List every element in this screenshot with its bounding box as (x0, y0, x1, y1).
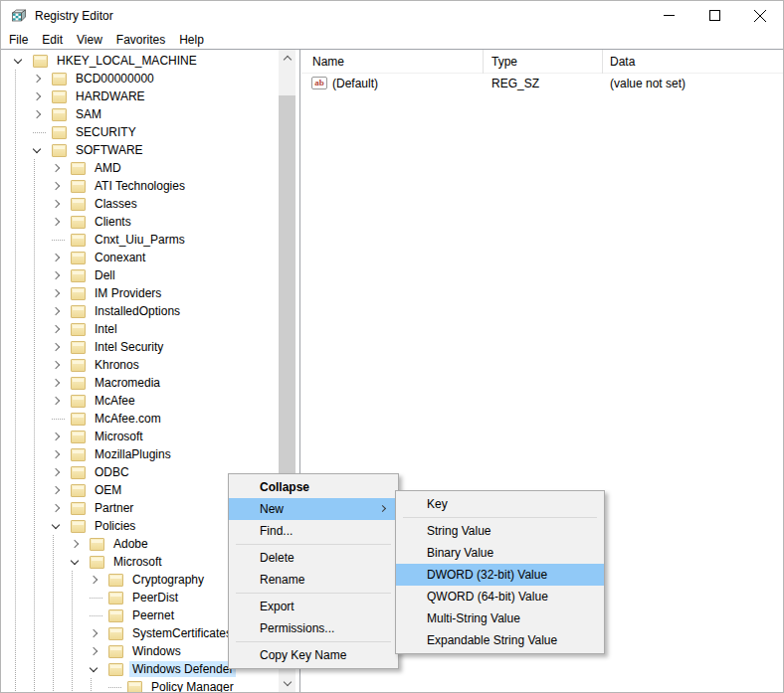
tree-item-security[interactable]: SECURITY (1, 123, 279, 141)
menu-favorites[interactable]: Favorites (109, 31, 172, 49)
chevron-down-icon[interactable] (71, 557, 79, 565)
chevron-right-icon[interactable] (52, 200, 60, 208)
scrollbar-down-button[interactable] (279, 675, 295, 692)
chevron-right-icon[interactable] (52, 307, 60, 315)
chevron-right-icon[interactable] (90, 629, 98, 637)
folder-icon (33, 55, 48, 68)
tree-item-conexant[interactable]: Conexant (1, 249, 279, 266)
context-menu-item-permissions[interactable]: Permissions... (229, 617, 398, 639)
chevron-right-icon[interactable] (52, 325, 60, 333)
new-submenu-item-string-value[interactable]: String Value (396, 520, 604, 542)
tree-item-ati-technologies[interactable]: ATI Technologies (1, 177, 279, 195)
tree-guide-line (11, 356, 30, 374)
chevron-right-icon[interactable] (52, 468, 60, 476)
chevron-down-icon[interactable] (14, 56, 22, 64)
chevron-right-icon[interactable] (52, 271, 60, 279)
column-header-name[interactable]: Name (301, 50, 484, 74)
context-menu-item-collapse[interactable]: Collapse (229, 476, 398, 498)
new-submenu-item-multi-string-value[interactable]: Multi-String Value (396, 607, 604, 629)
title-bar[interactable]: Registry Editor (1, 1, 783, 30)
tree-guide-line (68, 660, 87, 678)
chevron-right-icon[interactable] (52, 433, 60, 440)
folder-icon (71, 377, 86, 390)
chevron-right-icon[interactable] (52, 504, 60, 512)
chevron-down-icon[interactable] (90, 664, 98, 672)
tree-item-mozillaplugins[interactable]: MozillaPlugins (1, 445, 279, 463)
tree-item-hardware[interactable]: HARDWARE (1, 87, 279, 105)
menu-file[interactable]: File (2, 31, 35, 49)
context-menu-separator (236, 641, 391, 642)
tree-item-label: HARDWARE (73, 88, 148, 104)
value-row[interactable]: ab(Default)REG_SZ(value not set) (301, 74, 783, 92)
chevron-right-icon[interactable] (33, 92, 41, 100)
new-submenu-item-dword-32-bit-value[interactable]: DWORD (32-bit) Value (396, 564, 604, 586)
chevron-right-icon[interactable] (52, 182, 60, 190)
new-submenu-item-binary-value[interactable]: Binary Value (396, 542, 604, 564)
maximize-button[interactable] (691, 1, 737, 30)
column-header-type[interactable]: Type (484, 50, 603, 74)
tree-item-label: MozillaPlugins (92, 446, 174, 462)
tree-item-dell[interactable]: Dell (1, 266, 279, 284)
context-menu-item-new[interactable]: New (229, 498, 398, 520)
tree-item-mcafee[interactable]: McAfee (1, 392, 279, 410)
tree-item-policy-manager[interactable]: Policy Manager (1, 678, 279, 692)
chevron-right-icon[interactable] (90, 647, 98, 655)
context-menu-item-delete[interactable]: Delete (229, 547, 398, 569)
tree-item-bcd00000000[interactable]: BCD00000000 (1, 70, 279, 87)
menu-help[interactable]: Help (172, 31, 211, 49)
chevron-right-icon[interactable] (90, 576, 98, 584)
folder-icon (71, 520, 86, 533)
chevron-right-icon[interactable] (52, 379, 60, 387)
tree-item-microsoft[interactable]: Microsoft (1, 428, 279, 445)
tree-item-macromedia[interactable]: Macromedia (1, 374, 279, 392)
new-submenu-item-qword-64-bit-value[interactable]: QWORD (64-bit) Value (396, 586, 604, 607)
context-menu-item-copy-key-name[interactable]: Copy Key Name (229, 644, 398, 666)
tree-item-khronos[interactable]: Khronos (1, 356, 279, 374)
menu-edit[interactable]: Edit (35, 31, 70, 49)
chevron-right-icon[interactable] (52, 289, 60, 297)
chevron-right-icon[interactable] (52, 254, 60, 261)
chevron-right-icon[interactable] (52, 164, 60, 172)
scrollbar-up-button[interactable] (279, 50, 295, 67)
chevron-down-icon[interactable] (33, 145, 41, 153)
tree-item-installedoptions[interactable]: InstalledOptions (1, 302, 279, 320)
tree-item-amd[interactable]: AMD (1, 159, 279, 177)
close-button[interactable] (737, 1, 783, 30)
chevron-right-icon[interactable] (33, 75, 41, 83)
context-menu-item-rename[interactable]: Rename (229, 569, 398, 591)
context-menu-item-find[interactable]: Find... (229, 520, 398, 542)
tree-item-clients[interactable]: Clients (1, 213, 279, 231)
folder-icon (71, 484, 86, 497)
chevron-right-icon[interactable] (52, 218, 60, 226)
chevron-right-icon[interactable] (52, 486, 60, 494)
tree-item-intel[interactable]: Intel (1, 320, 279, 338)
tree-item-intel-security[interactable]: Intel Security (1, 338, 279, 356)
tree-item-sam[interactable]: SAM (1, 105, 279, 123)
chevron-right-icon[interactable] (52, 361, 60, 369)
folder-icon (108, 574, 123, 587)
chevron-right-icon[interactable] (71, 540, 79, 548)
chevron-right-icon[interactable] (33, 110, 41, 118)
menu-view[interactable]: View (70, 31, 109, 49)
tree-item-hkey-local-machine[interactable]: HKEY_LOCAL_MACHINE (1, 52, 279, 70)
column-header-data[interactable]: Data (603, 50, 783, 74)
tree-item-im-providers[interactable]: IM Providers (1, 284, 279, 302)
tree-item-mcafee-com[interactable]: McAfee.com (1, 410, 279, 428)
chevron-down-icon[interactable] (52, 521, 60, 529)
tree-item-label: IM Providers (92, 285, 164, 301)
tree-item-cnxt-uiu-parms[interactable]: Cnxt_Uiu_Parms (1, 231, 279, 249)
minimize-button[interactable] (646, 1, 691, 30)
new-submenu-item-key[interactable]: Key (396, 493, 604, 515)
context-menu-separator (236, 593, 391, 594)
new-submenu-item-expandable-string-value[interactable]: Expandable String Value (396, 629, 604, 651)
context-menu-item-export[interactable]: Export (229, 596, 398, 617)
chevron-right-icon[interactable] (52, 343, 60, 351)
tree-item-software[interactable]: SOFTWARE (1, 141, 279, 159)
chevron-right-icon[interactable] (52, 450, 60, 458)
tree-guide-line (11, 642, 30, 660)
tree-connector-line (108, 687, 121, 688)
tree-item-classes[interactable]: Classes (1, 195, 279, 213)
folder-icon (108, 645, 123, 658)
chevron-right-icon[interactable] (52, 397, 60, 405)
folder-icon (108, 592, 123, 605)
